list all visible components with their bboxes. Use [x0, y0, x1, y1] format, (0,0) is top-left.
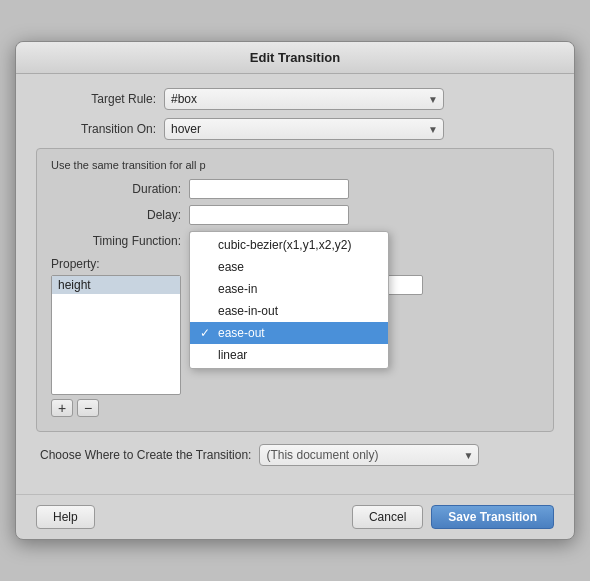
delay-input[interactable] [189, 205, 349, 225]
cancel-button[interactable]: Cancel [352, 505, 423, 529]
timing-option-cubic[interactable]: cubic-bezier(x1,y1,x2,y2) [190, 234, 388, 256]
timing-dropdown-menu: cubic-bezier(x1,y1,x2,y2) ease ease-in e… [189, 231, 389, 369]
target-rule-select[interactable]: #box [164, 88, 444, 110]
dialog-footer: Help Cancel Save Transition [16, 494, 574, 539]
property-label: Property: [51, 257, 181, 271]
where-row: Choose Where to Create the Transition: (… [36, 444, 554, 466]
timing-option-linear[interactable]: linear [190, 344, 388, 366]
edit-transition-dialog: Edit Transition Target Rule: #box ▼ Tran… [15, 41, 575, 540]
save-transition-button[interactable]: Save Transition [431, 505, 554, 529]
timing-row: Timing Function: ease out linear ▼ cubic… [51, 231, 539, 251]
delay-label: Delay: [51, 208, 181, 222]
transition-on-label: Transition On: [36, 122, 156, 136]
duration-label: Duration: [51, 182, 181, 196]
property-col: Property: height + − [51, 257, 181, 417]
help-button[interactable]: Help [36, 505, 95, 529]
timing-option-ease-out[interactable]: ease-out [190, 322, 388, 344]
add-property-button[interactable]: + [51, 399, 73, 417]
where-select-wrapper: (This document only) ▼ [259, 444, 479, 466]
target-rule-select-wrapper: #box ▼ [164, 88, 444, 110]
delay-row: Delay: [51, 205, 539, 225]
transition-on-select[interactable]: hover [164, 118, 444, 140]
transition-section: Use the same transition for all p Durati… [36, 148, 554, 432]
target-rule-label: Target Rule: [36, 92, 156, 106]
timing-option-ease[interactable]: ease [190, 256, 388, 278]
timing-option-ease-in[interactable]: ease-in [190, 278, 388, 300]
transition-on-row: Transition On: hover ▼ [36, 118, 554, 140]
where-select[interactable]: (This document only) [259, 444, 479, 466]
list-item[interactable]: height [52, 276, 180, 294]
duration-input[interactable] [189, 179, 349, 199]
dialog-title: Edit Transition [16, 42, 574, 74]
section-label: Use the same transition for all p [51, 159, 539, 171]
where-label: Choose Where to Create the Transition: [40, 448, 251, 462]
footer-right: Cancel Save Transition [352, 505, 554, 529]
timing-label: Timing Function: [51, 234, 181, 248]
remove-property-button[interactable]: − [77, 399, 99, 417]
timing-option-ease-in-out[interactable]: ease-in-out [190, 300, 388, 322]
target-rule-row: Target Rule: #box ▼ [36, 88, 554, 110]
duration-row: Duration: [51, 179, 539, 199]
property-buttons: + − [51, 399, 181, 417]
transition-on-select-wrapper: hover ▼ [164, 118, 444, 140]
property-list: height [51, 275, 181, 395]
